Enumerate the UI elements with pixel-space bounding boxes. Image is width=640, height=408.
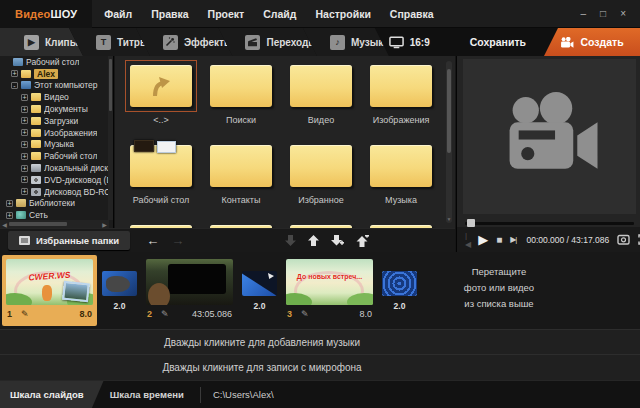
window-controls: – □ × (581, 9, 640, 19)
scroll-down-icon[interactable]: ▼ (446, 216, 452, 222)
snapshot-icon[interactable] (617, 234, 630, 245)
tree-item-desktop-folder[interactable]: + Рабочий стол (0, 150, 113, 162)
folder-tile-video[interactable]: Видео (281, 60, 361, 136)
thumbnail-window (157, 141, 176, 153)
transition-2[interactable]: 2.0 (239, 255, 280, 311)
previous-frame-button[interactable]: |◀ (465, 231, 470, 249)
folder-tile-cutoff[interactable] (201, 220, 281, 228)
transition-3[interactable]: 2.0 (379, 255, 420, 311)
tree-item-downloads[interactable]: + Загрузки (0, 115, 113, 127)
folder-tile-music[interactable]: Музыка (361, 140, 441, 216)
folder-tile-images[interactable]: Изображения (361, 60, 441, 136)
slide-2[interactable]: 2 ✎ 43:05.086 (142, 255, 237, 326)
tree-item-desktop-root[interactable]: Рабочий стол (0, 56, 113, 68)
tab-titles[interactable]: T Титры (69, 28, 150, 56)
seek-track[interactable] (465, 222, 634, 225)
close-button[interactable]: × (620, 9, 626, 19)
folder-tile-up[interactable]: <..> (121, 60, 201, 136)
menu-edit[interactable]: Правка (151, 8, 188, 20)
libraries-icon (16, 199, 26, 207)
folder-tile-contacts[interactable]: Контакты (201, 140, 281, 216)
music-track[interactable]: Дважды кликните для добавления музыки (0, 329, 640, 354)
add-to-project-button[interactable] (331, 235, 344, 247)
tree-item-documents[interactable]: + Документы (0, 103, 113, 115)
tab-slide-scale[interactable]: Шкала слайдов (0, 381, 104, 408)
expand-icon[interactable]: + (21, 153, 28, 160)
scrollbar-thumb[interactable] (109, 59, 112, 111)
expand-icon[interactable]: + (21, 117, 28, 124)
tree-item-music[interactable]: + Музыка (0, 139, 113, 151)
expand-icon[interactable]: + (21, 188, 28, 195)
tab-effects[interactable]: Эффекты (136, 28, 233, 56)
folder-tile-desktop[interactable]: Рабочий стол (121, 140, 201, 216)
tree-item-pictures[interactable]: + Изображения (0, 127, 113, 139)
edit-pencil-icon[interactable]: ✎ (301, 309, 309, 319)
folder-tile-favorites[interactable]: Избранное (281, 140, 361, 216)
menu-help[interactable]: Справка (390, 8, 434, 20)
play-button[interactable]: ▶ (478, 232, 488, 247)
transition-duration: 2.0 (114, 301, 126, 311)
tree-item-dvd-drive[interactable]: + DVD-дисковод (D:) (0, 174, 113, 186)
maximize-button[interactable]: □ (600, 9, 606, 19)
monitor-icon (389, 36, 404, 49)
edit-pencil-icon[interactable]: ✎ (161, 309, 169, 319)
tree-item-libraries[interactable]: + Библиотеки (0, 198, 113, 210)
create-button[interactable]: Создать (544, 28, 640, 56)
menu-project[interactable]: Проект (208, 8, 245, 20)
scroll-left-icon[interactable]: ◀ (0, 221, 9, 228)
menu-file[interactable]: Файл (104, 8, 132, 20)
expand-icon[interactable]: + (6, 212, 13, 219)
slide-3[interactable]: До новых встреч... 3 ✎ 8.0 (282, 255, 377, 326)
expand-icon[interactable]: + (21, 141, 28, 148)
add-all-to-project-button[interactable] (356, 235, 369, 247)
favorite-folders-button[interactable]: Избранные папки (8, 231, 130, 250)
slide-1-selected[interactable]: CWER.WS 1 ✎ 8.0 (2, 255, 97, 326)
edit-pencil-icon[interactable]: ✎ (21, 309, 29, 319)
folder-tile-cutoff[interactable] (361, 220, 441, 228)
tab-transitions[interactable]: Переходы (218, 28, 316, 56)
move-down-button-disabled[interactable] (285, 235, 296, 246)
expand-icon[interactable]: + (11, 70, 18, 77)
next-frame-button[interactable]: ▶| (510, 235, 516, 244)
minimize-button[interactable]: – (581, 9, 587, 19)
folder-tile-cutoff[interactable] (121, 220, 201, 228)
expand-icon[interactable]: + (21, 165, 28, 172)
seek-handle[interactable] (467, 219, 475, 227)
menu-slide[interactable]: Слайд (263, 8, 296, 20)
tab-clips[interactable]: ▶ Клипы (0, 28, 83, 56)
move-up-button[interactable] (308, 235, 319, 246)
expand-icon[interactable]: + (6, 200, 13, 207)
expand-icon[interactable]: + (21, 94, 28, 101)
voice-track[interactable]: Дважды кликните для записи с микрофона (0, 354, 640, 380)
grid-vertical-scrollbar[interactable]: ▼ (446, 61, 452, 223)
preview-panel: |◀ ▶ ■ ▶| 00:00.000 / 43:17.086 (456, 56, 640, 252)
tab-time-scale[interactable]: Шкала времени (104, 381, 196, 408)
forward-button[interactable]: → (171, 234, 184, 247)
stop-button[interactable]: ■ (496, 234, 502, 245)
folder-icon (210, 145, 272, 187)
folder-tile-cutoff[interactable] (281, 220, 361, 228)
collapse-icon[interactable]: - (11, 82, 18, 89)
expand-icon[interactable]: + (21, 129, 28, 136)
tree-vertical-scrollbar[interactable] (108, 56, 113, 220)
expand-icon[interactable]: + (21, 176, 28, 183)
folder-tile-searches[interactable]: Поиски (201, 60, 281, 136)
tree-item-this-pc[interactable]: - Этот компьютер (0, 80, 113, 92)
tab-music[interactable]: ♪ Музыка (303, 28, 389, 56)
tree-item-bd-rom[interactable]: + Дисковод BD-ROM (0, 186, 113, 198)
back-button[interactable]: ← (146, 234, 159, 247)
tree-item-video[interactable]: + Видео (0, 91, 113, 103)
scrollbar-thumb[interactable] (447, 69, 451, 153)
transition-thumbnail (382, 271, 417, 296)
save-button[interactable]: Сохранить (452, 28, 544, 56)
aspect-ratio-indicator[interactable]: 16:9 (389, 36, 430, 49)
expand-icon[interactable]: + (21, 106, 28, 113)
transition-1[interactable]: 2.0 (99, 255, 140, 311)
tree-horizontal-scrollbar[interactable]: ◀ ▶ (0, 220, 109, 228)
menu-settings[interactable]: Настройки (315, 8, 370, 20)
transition-thumbnail (242, 271, 277, 296)
tree-item-local-disk-c[interactable]: + Локальный диск (C:) (0, 162, 113, 174)
scroll-right-icon[interactable]: ▶ (100, 221, 109, 228)
tree-item-alex[interactable]: + Alex (0, 68, 113, 80)
scrollbar-thumb[interactable] (9, 222, 67, 226)
